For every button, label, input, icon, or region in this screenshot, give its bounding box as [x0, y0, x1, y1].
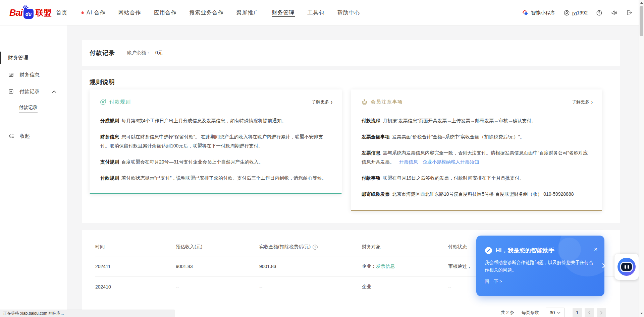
learn-more-label: 了解更多: [312, 99, 329, 105]
sidebar-divider: [0, 129, 67, 129]
rule-text: 月初按“发票信息”页面开具发票→上传发票→邮寄发票→审核→确认支付。: [383, 118, 536, 123]
nav-item-ai-cooperation[interactable]: AI 合作: [74, 0, 112, 25]
per-page-value: 30: [550, 310, 555, 315]
column-header-label: 实收金额(扣除税费后/元): [259, 244, 311, 250]
baidu-union-logo[interactable]: Bai du 联盟: [9, 0, 52, 25]
cell-actual-amount: 9001.83: [259, 264, 362, 269]
miniprogram-diamond-icon: [522, 10, 529, 16]
sound-icon[interactable]: [611, 9, 618, 16]
collapse-sidebar-icon: [8, 133, 14, 139]
sidebar-subitem-payment-records[interactable]: 付款记录: [0, 105, 67, 113]
rule-paragraph: 分成规则每月第3或4个工作日产出上月分成信息及发票信息，如有特殊情况将提前通知。: [100, 116, 332, 125]
scroll-up-arrow-icon[interactable]: [640, 2, 643, 4]
chevron-right-icon: ›: [591, 99, 593, 105]
sidebar-item-label: 财务信息: [19, 72, 40, 78]
column-header-estimated-income: 预估收入(元): [176, 244, 259, 250]
total-count-label: 共 2 条: [501, 310, 514, 316]
sidebar-section-finance-management[interactable]: 财务管理: [0, 54, 67, 61]
payment-rules-learn-more-link[interactable]: 了解更多 ›: [312, 99, 333, 105]
rule-paragraph: 支付规则百度联盟会在每月20号—31号支付企业会员上个自然月产生的收入。: [100, 157, 332, 167]
rule-label: 付款规则: [100, 175, 119, 181]
cell-finance-target: 企业: [362, 284, 448, 290]
chevron-up-icon[interactable]: [52, 90, 56, 93]
nav-item-help-center[interactable]: 帮助中心: [331, 0, 367, 25]
rule-label: 发票金额事项: [362, 134, 390, 139]
member-notes-card-title: 会员注意事项: [371, 99, 403, 105]
top-navbar: Bai du 联盟 首页 AI 合作 网站合作 应用合作 搜索业务合作 聚屏推广…: [0, 0, 644, 25]
nav-item-label: AI 合作: [87, 0, 106, 25]
nav-item-finance-management[interactable]: 财务管理: [266, 0, 301, 25]
collapse-label: 收起: [20, 133, 30, 139]
id-card-icon: [8, 72, 14, 78]
cell-estimated-income: --: [176, 284, 259, 290]
page-header-panel: 付款记录 账户余额： 0元: [82, 40, 620, 66]
smart-miniprogram-link[interactable]: 智能小程序: [522, 10, 555, 16]
rule-label: 付款流程: [362, 118, 380, 123]
logo-text-bai: Bai: [9, 8, 22, 18]
sidebar-item-payment-records[interactable]: 付款记录: [0, 88, 67, 94]
scroll-down-arrow-icon[interactable]: [640, 313, 643, 314]
scrollbar-thumb[interactable]: [640, 6, 643, 36]
robot-face-icon: [618, 258, 636, 276]
question-circle-icon[interactable]: ?: [313, 245, 318, 250]
compass-icon: [485, 247, 492, 254]
ask-assistant-button[interactable]: 问一下 >: [485, 278, 502, 284]
nav-item-home[interactable]: 首页: [50, 0, 74, 25]
coin-yen-icon: [100, 99, 107, 106]
small-taxpayer-invoice-notice-link[interactable]: 企业小规模纳税人开票须知: [423, 159, 479, 165]
cell-actual-amount: --: [259, 284, 362, 290]
rule-label: 付款事项: [362, 175, 380, 181]
rules-section-title: 规则说明: [90, 78, 115, 86]
sidebar-item-finance-info[interactable]: 财务信息: [0, 72, 67, 78]
next-page-button[interactable]: [597, 308, 606, 317]
sidebar-subitem-label: 付款记录: [19, 105, 38, 113]
rule-paragraph: 付款规则若付款状态显示“已支付”，说明联盟已安排了您的付款。支付后三个工作日内到…: [100, 174, 332, 183]
rule-text: 联盟在每月19日之后签收的发票，付款时间安排在下个月首批支付。: [383, 175, 524, 181]
nav-item-website-cooperation[interactable]: 网站合作: [112, 0, 148, 25]
cell-time: 202410: [95, 284, 176, 290]
member-notes-learn-more-link[interactable]: 了解更多 ›: [572, 99, 593, 105]
account-balance-label: 账户余额：: [127, 50, 151, 56]
cell-finance-target: 企业：发票信息: [362, 263, 448, 269]
rule-text: 若付款状态显示“已支付”，说明联盟已安排了您的付款。支付后三个工作日内到帐，请您…: [121, 175, 326, 181]
sidebar-item-label: 付款记录: [19, 88, 40, 95]
pagination: 共 2 条 每页条数 30 1: [501, 308, 606, 317]
sidebar: 财务管理 财务信息 付款记录 付款记录 收起: [0, 25, 67, 317]
invoice-info-link[interactable]: 开票信息: [399, 159, 418, 165]
logout-icon[interactable]: [626, 9, 633, 16]
chevron-left-icon: [588, 311, 591, 315]
payment-rules-card-body: 分成规则每月第3或4个工作日产出上月分成信息及发票信息，如有特殊情况将提前通知。…: [90, 105, 342, 183]
rule-label: 邮寄纸质发票: [362, 191, 390, 197]
vertical-scrollbar[interactable]: [639, 0, 644, 317]
nav-item-toolkit[interactable]: 工具包: [301, 0, 331, 25]
flame-icon: [80, 10, 85, 16]
prev-page-button[interactable]: [585, 308, 594, 317]
expand-arrow-icon[interactable]: [602, 263, 605, 268]
navbar-right-area: 智能小程序 jyj1992: [522, 0, 633, 25]
badge-star-icon: [8, 88, 14, 94]
logo-du-box: du: [23, 9, 34, 19]
main-navigation: 首页 AI 合作 网站合作 应用合作 搜索业务合作 聚屏推广 财务管理 工具包 …: [50, 0, 367, 25]
close-icon[interactable]: ×: [594, 246, 597, 252]
cell-estimated-income: 9001.83: [176, 264, 259, 269]
payment-rules-card-title: 付款规则: [109, 99, 131, 105]
per-page-label: 每页条数: [522, 310, 539, 316]
column-header-actual-amount: 实收金额(扣除税费后/元) ?: [259, 244, 362, 250]
per-page-select[interactable]: 30: [546, 308, 565, 317]
sidebar-collapse-button[interactable]: 收起: [0, 133, 67, 139]
nav-item-app-cooperation[interactable]: 应用合作: [148, 0, 183, 25]
assistant-fab-button[interactable]: [614, 254, 639, 280]
account-balance-value: 0元: [155, 50, 163, 56]
nav-item-screen-promotion[interactable]: 聚屏推广: [230, 0, 266, 25]
help-icon[interactable]: [596, 10, 602, 16]
assistant-popup-body: 我会帮助您诊断合作链路问题，以及解答您关于任何合作相关的问题。: [485, 259, 597, 274]
invoice-info-link[interactable]: 发票信息: [376, 263, 395, 269]
rule-paragraph: 付款事项联盟在每月19日之后签收的发票，付款时间安排在下个月首批支付。: [362, 174, 592, 183]
user-account[interactable]: jyj1992: [564, 10, 588, 16]
page-title: 付款记录: [90, 49, 115, 57]
rule-paragraph: 付款流程月初按“发票信息”页面开具发票→上传发票→邮寄发票→审核→确认支付。: [362, 116, 592, 125]
rule-label: 发票信息: [362, 150, 380, 155]
page-1-button[interactable]: 1: [573, 308, 582, 317]
rule-paragraph: 发票信息需与系统内发票信息内容完全一致，否则无法支付。请根据发票信息页面中“百度…: [362, 148, 592, 167]
nav-item-search-business[interactable]: 搜索业务合作: [183, 0, 230, 25]
